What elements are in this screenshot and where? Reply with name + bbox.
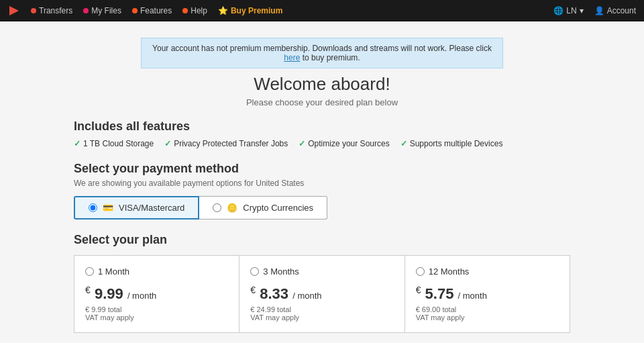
plans-title: Select your plan <box>74 233 570 247</box>
payment-visa[interactable]: 💳 VISA/Mastercard <box>74 196 199 219</box>
account-menu[interactable]: 👤 Account <box>594 6 636 15</box>
plan-1month-radio[interactable] <box>85 267 94 276</box>
payment-method-subtitle: We are showing you available payment opt… <box>74 179 570 188</box>
plan-12months-vat: VAT may apply <box>416 313 559 322</box>
nav-help[interactable]: Help <box>182 6 207 15</box>
welcome-subtitle: Please choose your desired plan below <box>74 97 570 107</box>
payment-method-title: Select your payment method <box>74 162 570 176</box>
transfers-icon <box>31 8 36 13</box>
visa-icon: 💳 <box>103 203 113 213</box>
plan-1month[interactable]: 1 Month € 9.99 / month € 9.99 total VAT … <box>74 255 239 333</box>
payment-methods: 💳 VISA/Mastercard 🪙 Crypto Currencies <box>74 196 570 219</box>
plan-1month-vat: VAT may apply <box>85 313 228 322</box>
plan-12months[interactable]: 12 Months € 5.75 / month € 69.00 total V… <box>405 255 570 333</box>
features-list: ✓ 1 TB Cloud Storage ✓ Privacy Protected… <box>74 139 570 148</box>
alert-bar: Your account has not premium membership.… <box>141 38 503 68</box>
alert-link[interactable]: here <box>284 53 300 62</box>
payment-crypto[interactable]: 🪙 Crypto Currencies <box>199 196 327 219</box>
feature-item-3: ✓ Supports multiple Devices <box>400 139 503 148</box>
plan-1month-price: € 9.99 / month <box>85 285 228 303</box>
plan-12months-total: € 69.00 total <box>416 305 559 313</box>
nav-transfers[interactable]: Transfers <box>31 6 72 15</box>
feature-item-0: ✓ 1 TB Cloud Storage <box>74 139 154 148</box>
plan-3months-vat: VAT may apply <box>250 313 393 322</box>
nav-features[interactable]: Features <box>132 6 172 15</box>
crypto-icon: 🪙 <box>227 203 237 213</box>
plan-1month-label: 1 Month <box>85 266 228 277</box>
globe-icon: 🌐 <box>553 6 564 15</box>
feature-item-2: ✓ Optimize your Sources <box>299 139 389 148</box>
logo[interactable] <box>8 5 20 17</box>
nav-buypremium[interactable]: ⭐ Buy Premium <box>218 6 282 15</box>
account-icon: 👤 <box>594 6 604 15</box>
check-icon-3: ✓ <box>400 139 407 148</box>
plan-3months-radio[interactable] <box>250 267 259 276</box>
plan-3months-total: € 24.99 total <box>250 305 393 313</box>
payment-crypto-radio[interactable] <box>213 203 221 212</box>
plan-1month-total: € 9.99 total <box>85 305 228 313</box>
plan-3months-label: 3 Months <box>250 266 393 277</box>
feature-item-1: ✓ Privacy Protected Transfer Jobs <box>164 139 288 148</box>
help-icon <box>182 8 188 13</box>
payment-visa-radio[interactable] <box>89 203 97 212</box>
plan-3months-price: € 8.33 / month <box>250 285 393 303</box>
plan-12months-label: 12 Months <box>416 266 559 277</box>
topnav: Transfers My Files Features Help ⭐ Buy P… <box>0 0 644 21</box>
features-icon <box>132 8 138 13</box>
welcome-title: Welcome aboard! <box>74 74 570 95</box>
features-title: Includes all features <box>74 119 570 134</box>
plan-3months[interactable]: 3 Months € 8.33 / month € 24.99 total VA… <box>239 255 404 333</box>
plan-12months-radio[interactable] <box>416 267 425 276</box>
plan-12months-price: € 5.75 / month <box>416 285 559 303</box>
plans-container: 1 Month € 9.99 / month € 9.99 total VAT … <box>74 255 570 333</box>
check-icon-2: ✓ <box>299 139 305 148</box>
myfiles-icon <box>83 8 89 13</box>
check-icon-0: ✓ <box>74 139 80 148</box>
topnav-right: 🌐 LN ▾ 👤 Account <box>553 6 636 15</box>
chevron-down-icon: ▾ <box>580 6 584 15</box>
svg-marker-0 <box>9 6 19 15</box>
star-icon: ⭐ <box>218 6 228 15</box>
check-icon-1: ✓ <box>164 139 171 148</box>
language-selector[interactable]: 🌐 LN ▾ <box>553 6 583 15</box>
main-content: Your account has not premium membership.… <box>60 21 584 343</box>
nav-myfiles[interactable]: My Files <box>83 6 121 15</box>
